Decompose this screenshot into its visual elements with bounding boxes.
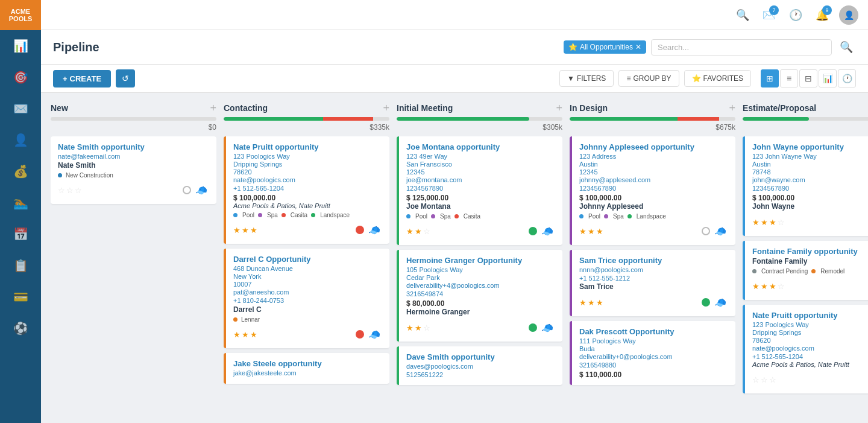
card-johnny-name: Johnny Appleseed (579, 202, 728, 211)
card-np-est-title[interactable]: Nate Pruitt opportunity (752, 311, 868, 320)
card-johnny-tags: Pool Spa Landspace (579, 213, 728, 220)
column-estimate-progress (743, 117, 868, 121)
card-darrel-name: Darrel C (233, 305, 382, 314)
notifications-icon[interactable]: ✉️ 7 (760, 5, 779, 25)
tag-landspace (311, 213, 315, 217)
card-john-phone: 1234567890 (752, 185, 868, 192)
all-opportunities-filter[interactable]: ⭐ All Opportunities ✕ (564, 40, 646, 54)
card-nate-smith-email: nate@fakeemail.com (58, 153, 209, 160)
avatar-hermoine: 🧢 (539, 320, 555, 336)
card-nate-pruitt-estimate: Nate Pruitt opportunity 123 Poologics Wa… (743, 305, 868, 393)
card-joe-title[interactable]: Joe Montana opportunity (406, 142, 555, 151)
card-jake-title[interactable]: Jake Steele opportunity (233, 359, 382, 368)
card-john-addr1: 123 John Wayne Way (752, 153, 868, 160)
card-hermoine-email: deliverability+4@poologics.com (406, 282, 555, 289)
filter-close[interactable]: ✕ (635, 43, 641, 51)
user-avatar[interactable]: 👤 (839, 5, 858, 25)
sidebar-item-targeting[interactable]: 🎯 (0, 62, 41, 93)
card-darrel-zip: 10007 (233, 281, 382, 288)
column-new-progress (51, 117, 216, 121)
refresh-button[interactable]: ↺ (116, 69, 135, 87)
column-new-header: New + (51, 103, 216, 113)
card-hermoine-title[interactable]: Hermoine Granger Opportunity (406, 256, 555, 265)
avatar-nate-smith: 🧢 (193, 182, 209, 198)
sidebar-item-reports[interactable]: 📋 (0, 250, 41, 281)
sidebar-item-calendar[interactable]: 📅 (0, 218, 41, 250)
card-fontaine-footer: ★★★☆ 🧢 (752, 278, 868, 294)
card-nate-smith-footer: ☆ ☆ ☆ 🧢 (58, 182, 209, 198)
chart-view-button[interactable]: 📊 (819, 69, 837, 87)
sidebar-item-contacts[interactable]: 👤 (0, 124, 41, 156)
avatar-joe: 🧢 (539, 223, 555, 239)
progress-red (323, 117, 373, 121)
clock-icon[interactable]: 🕐 (786, 5, 805, 25)
column-initial-title: Initial Meeting (397, 103, 453, 113)
card-dave-title[interactable]: Dave Smith opportunity (406, 352, 555, 361)
pipeline-header: Pipeline ⭐ All Opportunities ✕ Search...… (41, 30, 868, 65)
column-initial-progress (397, 117, 562, 121)
column-contacting-amount: $335k (224, 123, 389, 132)
time-view-button[interactable]: 🕐 (838, 69, 856, 87)
column-new-add[interactable]: + (210, 103, 216, 113)
star-1: ☆ (58, 186, 65, 195)
card-darrel-email: pat@aneesho.com (233, 288, 382, 296)
card-johnny-title[interactable]: Johnny Appleseed opportunity (579, 142, 728, 151)
card-np-est-addr2: Dripping Springs (752, 329, 868, 336)
create-button[interactable]: + CREATE (53, 70, 111, 87)
bell-icon[interactable]: 🔔 9 (813, 5, 832, 25)
column-initial-add[interactable]: + (556, 103, 562, 113)
card-dak-title[interactable]: Dak Prescott Opportunity (579, 327, 728, 336)
column-design-progress (570, 117, 735, 121)
sidebar-item-billing[interactable]: 💳 (0, 281, 41, 313)
column-contacting-add[interactable]: + (383, 103, 389, 113)
card-nate-pruitt-company: Acme Pools & Patios, Nate Pruitt (233, 202, 382, 209)
kanban-view-button[interactable]: ⊞ (761, 69, 779, 87)
card-nate-smith-footer-right: 🧢 (183, 182, 209, 198)
card-joe-email: joe@montana.com (406, 176, 555, 183)
main-content: 🔍 ✉️ 7 🕐 🔔 9 👤 Pipeline ⭐ All Opportunit… (41, 0, 868, 423)
search-box[interactable]: Search... (651, 39, 832, 56)
search-icon[interactable]: 🔍 (733, 5, 752, 25)
app-logo[interactable]: ACMEPOOLS (0, 0, 41, 30)
group-by-button[interactable]: ≡ GROUP BY (618, 70, 679, 87)
sidebar-item-finance[interactable]: 💰 (0, 156, 41, 187)
column-estimate-title: Estimate/Proposal (743, 103, 816, 113)
card-hermoine-name: Hermoine Granger (406, 308, 555, 316)
list-view-button[interactable]: ≡ (780, 69, 798, 87)
column-initial-cards: Joe Montana opportunity 123 49er Way San… (397, 136, 562, 413)
filter-label: All Opportunities (580, 43, 633, 51)
card-fontaine-title[interactable]: Fontaine Family opportunity (752, 247, 868, 256)
toolbar: + CREATE ↺ ▼ FILTERS ≡ GROUP BY ⭐ FAVORI… (41, 65, 868, 93)
column-new-cards: Nate Smith opportunity nate@fakeemail.co… (51, 136, 216, 413)
card-john-title[interactable]: John Wayne opportunity (752, 142, 868, 151)
column-contacting-progress (224, 117, 389, 121)
card-np-est-company: Acme Pools & Patios, Nate Pruitt (752, 361, 868, 368)
card-sam-title[interactable]: Sam Trice opportunity (579, 256, 728, 265)
card-johnny-email: johnny@appleseed.com (579, 176, 728, 183)
filters-button[interactable]: ▼ FILTERS (559, 70, 614, 87)
card-darrel-title[interactable]: Darrel C Opportunity (233, 255, 382, 264)
header-search-icon[interactable]: 🔍 (837, 37, 856, 57)
column-contacting-cards: Nate Pruitt opportunity 123 Poologics Wa… (224, 136, 389, 413)
card-nate-smith-title[interactable]: Nate Smith opportunity (58, 142, 209, 151)
status-green2 (529, 323, 537, 332)
grid-view-button[interactable]: ⊟ (799, 69, 817, 87)
card-nate-smith: Nate Smith opportunity nate@fakeemail.co… (51, 136, 216, 204)
star-icon: ⭐ (692, 74, 701, 83)
card-darrel-tags: Lennar (233, 316, 382, 323)
card-darrel-phone: +1 810-244-0753 (233, 297, 382, 304)
favorites-button[interactable]: ⭐ FAVORITES (684, 70, 751, 87)
card-hermoine-phone: 3216549874 (406, 290, 555, 297)
column-contacting-header: Contacting + (224, 103, 389, 113)
sidebar-item-mail[interactable]: ✉️ (0, 93, 41, 124)
filters-label: FILTERS (577, 74, 606, 83)
column-design-amount: $675k (570, 123, 735, 132)
card-hermoine-addr1: 105 Poologics Way (406, 266, 555, 273)
card-nate-pruitt-title[interactable]: Nate Pruitt opportunity (233, 142, 382, 151)
column-design-add[interactable]: + (729, 103, 735, 113)
card-dak-addr2: Buda (579, 345, 728, 352)
sidebar-item-pools[interactable]: 🏊 (0, 187, 41, 218)
sidebar-item-misc[interactable]: ⚽ (0, 313, 41, 344)
sidebar-item-dashboard[interactable]: 📊 (0, 30, 41, 62)
view-icons: ⊞ ≡ ⊟ 📊 🕐 (761, 69, 856, 87)
